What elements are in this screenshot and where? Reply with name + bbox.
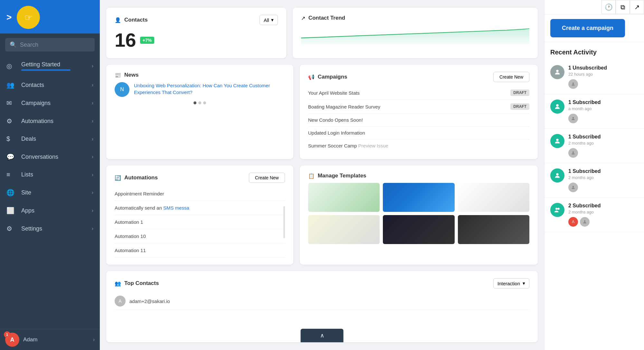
template-thumbnail[interactable] bbox=[308, 183, 380, 212]
top-contacts-card-header: 👥 Top Contacts Interaction ▾ bbox=[115, 278, 529, 289]
sidebar: > ☞ 🔍 ◎ Getting Started › 👥 Contacts › ✉… bbox=[0, 0, 100, 350]
campaign-name: Summer Soccer Camp Preview Issue bbox=[308, 143, 529, 148]
automations-icon: ⚙ bbox=[6, 117, 17, 125]
activity-title: 1 Subscribed bbox=[568, 99, 638, 105]
sidebar-item-label: Site bbox=[21, 189, 31, 196]
template-thumbnail[interactable] bbox=[383, 183, 454, 212]
news-article-link[interactable]: Unboxing Web Personalization: How Can Yo… bbox=[134, 82, 285, 96]
sub-avatar bbox=[580, 217, 590, 227]
trend-card-title: Contact Trend bbox=[308, 15, 345, 21]
contact-row: A adam+2@sakari.io bbox=[115, 292, 529, 310]
clock-icon-button[interactable]: 🕐 bbox=[601, 0, 616, 14]
automations-icon: 🔄 bbox=[115, 175, 121, 181]
sidebar-item-campaigns[interactable]: ✉ Campaigns › bbox=[0, 94, 100, 112]
search-input[interactable] bbox=[20, 42, 90, 48]
activity-item: 1 Subscribed 2 months ago bbox=[545, 129, 644, 163]
sidebar-item-label: Apps bbox=[21, 207, 34, 214]
sidebar-item-deals[interactable]: $ Deals › bbox=[0, 130, 100, 148]
dot-2[interactable] bbox=[198, 101, 201, 104]
automation-item: Automatically send an SMS messa bbox=[115, 201, 285, 215]
sidebar-item-label: Conversations bbox=[21, 154, 58, 160]
sidebar-item-label: Deals bbox=[21, 136, 36, 142]
campaigns-icon: 📢 bbox=[308, 74, 315, 80]
chevron-right-icon: › bbox=[92, 100, 93, 106]
dot-3[interactable] bbox=[203, 101, 206, 104]
automations-create-new-button[interactable]: Create New bbox=[249, 173, 285, 183]
svg-point-1 bbox=[573, 82, 574, 84]
campaign-item: Summer Soccer Camp Preview Issue bbox=[308, 139, 529, 152]
chevron-right-icon: › bbox=[92, 82, 93, 88]
activity-title: 1 Unsubscribed bbox=[568, 65, 638, 71]
automation-item: Automation 10 bbox=[115, 229, 285, 243]
campaigns-create-new-button[interactable]: Create New bbox=[493, 72, 529, 82]
campaigns-icon: ✉ bbox=[6, 99, 17, 107]
settings-icon: ⚙ bbox=[6, 225, 17, 232]
news-card-title: News bbox=[124, 72, 138, 78]
sub-avatar-photo: A bbox=[568, 217, 578, 227]
template-thumbnail[interactable] bbox=[458, 215, 529, 244]
sidebar-item-site[interactable]: 🌐 Site › bbox=[0, 184, 100, 202]
sidebar-item-settings[interactable]: ⚙ Settings › bbox=[0, 220, 100, 238]
template-thumbnail[interactable] bbox=[458, 183, 529, 212]
activity-content: 1 Unsubscribed 22 hours ago bbox=[568, 65, 638, 89]
automation-item: Automation 1 bbox=[115, 215, 285, 229]
sidebar-logo[interactable]: ☞ bbox=[17, 6, 40, 29]
news-content: N Unboxing Web Personalization: How Can … bbox=[115, 82, 285, 97]
sub-avatar bbox=[568, 79, 578, 89]
chevron-right-icon: › bbox=[92, 208, 93, 213]
sidebar-item-label: Settings bbox=[21, 225, 42, 232]
activity-time: 2 months ago bbox=[568, 175, 638, 180]
sidebar-item-apps[interactable]: ⬜ Apps › bbox=[0, 202, 100, 220]
contact-email: adam+2@sakari.io bbox=[129, 298, 170, 304]
sidebar-item-getting-started[interactable]: ◎ Getting Started › bbox=[0, 56, 100, 76]
activity-avatar bbox=[550, 203, 564, 217]
svg-point-6 bbox=[573, 151, 574, 153]
sidebar-item-lists[interactable]: ≡ Lists › bbox=[0, 166, 100, 184]
campaign-name: Boating Magazine Reader Survey bbox=[308, 104, 511, 109]
top-actions: Create a campaign bbox=[545, 14, 644, 42]
template-thumbnail[interactable] bbox=[308, 215, 380, 244]
sms-label: SMS messa bbox=[163, 205, 189, 211]
mid-row: 📰 News N Unboxing Web Personalization: H… bbox=[106, 65, 538, 159]
svg-point-5 bbox=[556, 139, 558, 141]
avatar: 1 A bbox=[5, 333, 19, 347]
create-campaign-button[interactable]: Create a campaign bbox=[550, 19, 625, 37]
templates-card-header: 📋 Manage Templates bbox=[308, 173, 529, 179]
share-icon-button[interactable]: ↗ bbox=[630, 0, 644, 14]
contacts-growth-badge: +7% bbox=[140, 37, 154, 44]
contacts-card-header: 👤 Contacts All ▾ bbox=[115, 15, 278, 25]
contacts-card: 👤 Contacts All ▾ 16 +7% bbox=[106, 8, 286, 58]
chevron-right-icon: › bbox=[92, 172, 93, 178]
layers-icon-button[interactable]: ⧉ bbox=[616, 0, 630, 14]
svg-point-0 bbox=[556, 70, 558, 72]
sidebar-toggle-button[interactable]: > bbox=[6, 12, 12, 23]
scroll-up-button[interactable]: ∧ bbox=[301, 329, 344, 342]
automations-list: Appointment Reminder Automatically send … bbox=[115, 187, 285, 258]
sidebar-item-contacts[interactable]: 👥 Contacts › bbox=[0, 76, 100, 94]
contacts-count-display: 16 +7% bbox=[115, 29, 278, 51]
user-profile[interactable]: 1 A Adam › bbox=[0, 329, 100, 350]
sidebar-item-label: Lists bbox=[21, 171, 33, 178]
sidebar-item-automations[interactable]: ⚙ Automations › bbox=[0, 112, 100, 130]
activity-time: 22 hours ago bbox=[568, 72, 638, 77]
activity-avatar bbox=[550, 134, 564, 148]
trend-svg bbox=[301, 25, 529, 44]
chevron-right-icon: › bbox=[92, 190, 93, 195]
campaign-name: Updated Login Information bbox=[308, 130, 529, 136]
activity-item: 1 Unsubscribed 22 hours ago bbox=[545, 60, 644, 94]
dot-1[interactable] bbox=[194, 101, 196, 104]
content-area: 👤 Contacts All ▾ 16 +7% ↗ Contact Trend bbox=[100, 0, 544, 350]
template-thumbnail[interactable] bbox=[383, 215, 454, 244]
activity-content: 1 Subscribed 2 months ago bbox=[568, 134, 638, 158]
svg-point-7 bbox=[556, 173, 558, 175]
svg-point-8 bbox=[573, 186, 574, 187]
campaigns-card: 📢 Campaigns Create New Your April Websit… bbox=[300, 65, 538, 159]
news-icon: 📰 bbox=[115, 72, 121, 78]
scrollbar[interactable] bbox=[283, 206, 285, 238]
top-contacts-filter-dropdown[interactable]: Interaction ▾ bbox=[493, 278, 529, 289]
sidebar-item-conversations[interactable]: 💬 Conversations › bbox=[0, 148, 100, 166]
apps-icon: ⬜ bbox=[6, 207, 17, 214]
contact-avatar: A bbox=[115, 296, 126, 307]
contacts-filter-dropdown[interactable]: All ▾ bbox=[260, 15, 278, 25]
top-contacts-icon: 👥 bbox=[115, 280, 121, 287]
